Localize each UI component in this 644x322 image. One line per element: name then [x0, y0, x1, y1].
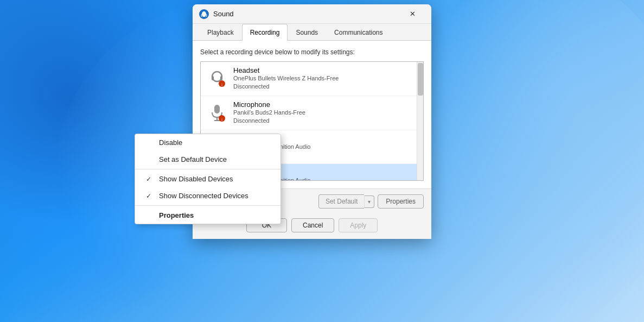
content-description: Select a recording device below to modif…: [200, 48, 424, 56]
device-sub2-mic1: Disconnected: [233, 117, 418, 125]
device-icon-mic1: ↓: [206, 102, 228, 124]
context-menu-label-set-default: Set as Default Device: [159, 155, 227, 163]
close-button[interactable]: ✕: [400, 7, 425, 22]
context-menu-set-default[interactable]: Set as Default Device: [135, 151, 280, 168]
device-sub1-mic1: Pankil's Buds2 Hands-Free: [233, 109, 418, 117]
dialog-title: Sound: [213, 10, 400, 18]
dialog-icon: [199, 9, 209, 19]
svg-rect-4: [220, 76, 222, 80]
set-default-group: Set Default ▾: [318, 194, 374, 209]
device-info-headset: Headset OnePlus Bullets Wireless Z Hands…: [233, 66, 418, 91]
tabs-bar: Playback Recording Sounds Communications: [193, 24, 431, 41]
device-info-mic1: Microphone Pankil's Buds2 Hands-Free Dis…: [233, 100, 418, 125]
set-default-button[interactable]: Set Default: [318, 194, 364, 209]
apply-button[interactable]: Apply: [339, 218, 378, 232]
svg-text:↓: ↓: [221, 81, 224, 87]
device-item-headset[interactable]: ↓ Headset OnePlus Bullets Wireless Z Han…: [201, 62, 423, 96]
context-menu-show-disabled[interactable]: ✓ Show Disabled Devices: [135, 171, 280, 187]
context-menu-check-show-disabled: ✓: [146, 175, 155, 183]
svg-text:↓: ↓: [221, 116, 224, 122]
device-name-headset: Headset: [233, 66, 418, 74]
context-menu-disable[interactable]: Disable: [135, 134, 280, 151]
device-item-mic1[interactable]: ↓ Microphone Pankil's Buds2 Hands-Free D…: [201, 96, 423, 130]
properties-button[interactable]: Properties: [378, 194, 424, 209]
tab-communications[interactable]: Communications: [326, 24, 391, 41]
device-name-mic1: Microphone: [233, 100, 418, 109]
set-default-arrow-button[interactable]: ▾: [364, 195, 374, 208]
svg-rect-1: [203, 16, 205, 17]
context-menu-label-show-disabled: Show Disabled Devices: [159, 175, 233, 183]
cancel-button[interactable]: Cancel: [291, 218, 334, 232]
svg-rect-7: [214, 105, 220, 113]
tab-sounds[interactable]: Sounds: [288, 24, 326, 41]
device-sub1-headset: OnePlus Bullets Wireless Z Hands-Free: [233, 74, 418, 83]
context-menu-check-show-disconnected: ✓: [146, 192, 155, 200]
scrollbar[interactable]: [417, 62, 423, 180]
context-menu-label-show-disconnected: Show Disconnected Devices: [159, 192, 248, 200]
context-menu-properties[interactable]: Properties: [135, 207, 280, 224]
context-menu-label-properties: Properties: [159, 211, 194, 219]
context-menu-sep2: [135, 205, 280, 206]
context-menu-sep1: [135, 169, 280, 169]
svg-rect-3: [212, 76, 214, 80]
title-bar: Sound ✕: [193, 4, 431, 24]
tab-recording[interactable]: Recording: [242, 24, 288, 41]
context-menu-show-disconnected[interactable]: ✓ Show Disconnected Devices: [135, 187, 280, 204]
context-menu: Disable Set as Default Device ✓ Show Dis…: [135, 134, 281, 224]
device-sub2-headset: Disconnected: [233, 83, 418, 91]
device-icon-headset: ↓: [206, 68, 228, 90]
tab-playback[interactable]: Playback: [199, 24, 242, 41]
context-menu-label-disable: Disable: [159, 138, 182, 147]
